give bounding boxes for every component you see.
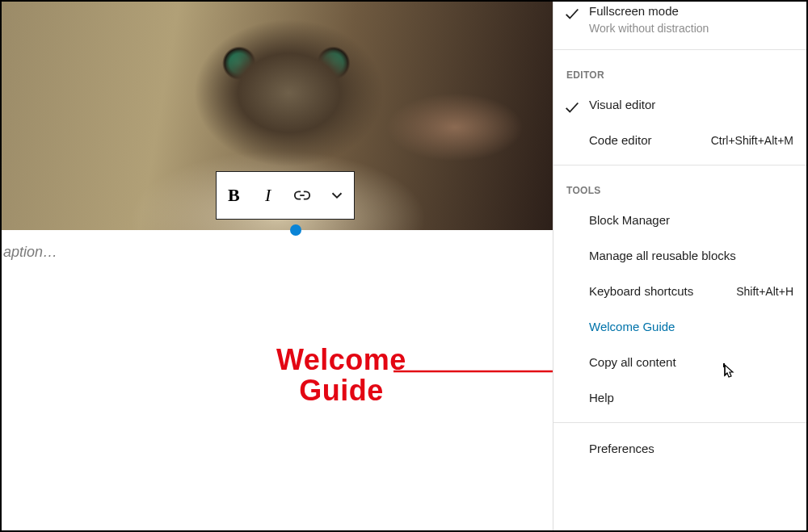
keyboard-shortcut: Shift+Alt+H bbox=[736, 283, 793, 298]
menu-item-label: Block Manager bbox=[589, 212, 793, 228]
menu-item-block-manager[interactable]: Block Manager bbox=[553, 204, 806, 240]
menu-item-label: Welcome Guide bbox=[589, 319, 793, 335]
menu-item-label: Preferences bbox=[589, 441, 793, 457]
menu-item-label: Code editor bbox=[589, 132, 703, 149]
options-menu: Fullscreen mode Work without distraction… bbox=[553, 2, 806, 530]
annotation-text-line1: Welcome bbox=[276, 345, 406, 375]
section-heading-editor: EDITOR bbox=[553, 50, 806, 89]
menu-item-label: Copy all content bbox=[589, 354, 793, 371]
section-view: Fullscreen mode Work without distraction bbox=[553, 2, 806, 50]
annotation-label: Welcome Guide bbox=[276, 345, 406, 406]
menu-item-code-editor[interactable]: Code editor Ctrl+Shift+Alt+M bbox=[553, 124, 806, 160]
menu-item-visual-editor[interactable]: Visual editor bbox=[553, 89, 806, 124]
menu-item-help[interactable]: Help bbox=[553, 382, 806, 417]
link-icon bbox=[293, 186, 311, 204]
bold-icon: B bbox=[228, 185, 240, 206]
block-format-toolbar: B I bbox=[216, 171, 355, 220]
checkmark-icon bbox=[563, 98, 581, 116]
menu-item-sublabel: Work without distraction bbox=[589, 21, 793, 36]
image-caption-input[interactable]: aption… bbox=[2, 244, 57, 261]
italic-icon: I bbox=[265, 185, 271, 206]
menu-item-keyboard-shortcuts[interactable]: Keyboard shortcuts Shift+Alt+H bbox=[553, 275, 806, 311]
menu-item-label: Visual editor bbox=[589, 97, 793, 113]
link-button[interactable] bbox=[289, 182, 315, 208]
section-editor: EDITOR Visual editor Code editor Ctrl+Sh… bbox=[553, 50, 806, 165]
italic-button[interactable]: I bbox=[255, 182, 281, 208]
menu-item-welcome-guide[interactable]: Welcome Guide bbox=[553, 311, 806, 346]
menu-item-label: Fullscreen mode bbox=[589, 3, 793, 19]
app-frame: B I aption… Welcome Guide bbox=[0, 0, 808, 532]
menu-item-label: Manage all reusable blocks bbox=[589, 248, 793, 264]
annotation-text-line2: Guide bbox=[276, 375, 406, 406]
keyboard-shortcut: Ctrl+Shift+Alt+M bbox=[711, 132, 793, 147]
image-resize-handle[interactable] bbox=[290, 224, 301, 236]
menu-item-label: Help bbox=[589, 390, 793, 406]
bold-button[interactable]: B bbox=[221, 182, 246, 208]
section-tools: TOOLS Block Manager Manage all reusable … bbox=[553, 165, 806, 423]
menu-item-label: Keyboard shortcuts bbox=[589, 283, 728, 300]
menu-item-fullscreen-mode[interactable]: Fullscreen mode Work without distraction bbox=[553, 2, 806, 44]
section-prefs: Preferences bbox=[553, 423, 806, 470]
menu-item-preferences[interactable]: Preferences bbox=[553, 423, 806, 465]
chevron-down-icon bbox=[328, 186, 346, 204]
more-formatting-button[interactable] bbox=[324, 182, 350, 208]
section-heading-tools: TOOLS bbox=[553, 165, 806, 204]
editor-canvas: B I aption… bbox=[2, 2, 554, 530]
menu-item-copy-all-content[interactable]: Copy all content bbox=[553, 346, 806, 382]
checkmark-icon bbox=[563, 5, 581, 23]
menu-item-manage-reusable-blocks[interactable]: Manage all reusable blocks bbox=[553, 240, 806, 275]
